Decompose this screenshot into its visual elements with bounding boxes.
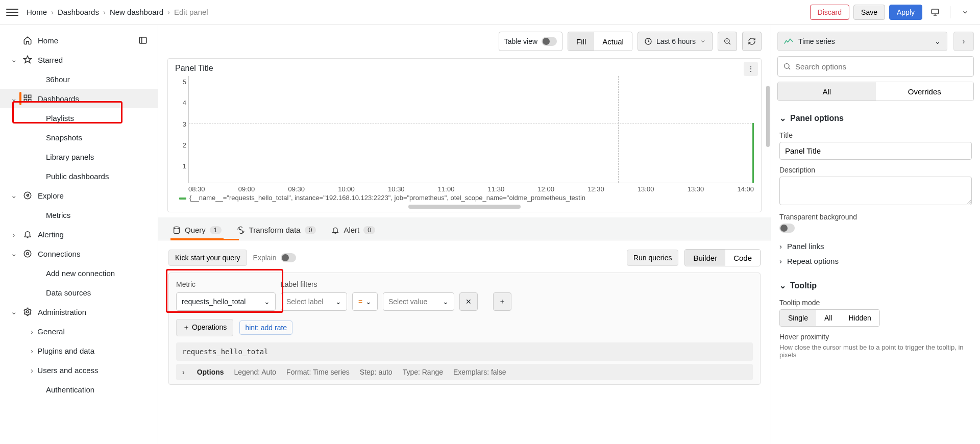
tooltip-hidden-button[interactable]: Hidden [840,310,879,326]
save-button[interactable]: Save [853,5,885,20]
explain-toggle[interactable] [281,253,296,262]
sidebar-label-explore: Explore [38,191,64,200]
chevron-down-icon[interactable] [957,4,974,21]
panel-preview: ⋮ Panel Title 5 4 3 2 1 [167,58,762,212]
sidebar-item-home[interactable]: Home [0,31,158,50]
sidebar-item-alerting[interactable]: › Alerting [0,225,158,244]
svg-point-12 [174,227,180,229]
sidebar-item-metrics[interactable]: Metrics [0,205,158,225]
home-icon [22,36,33,45]
code-mode-button[interactable]: Code [725,250,760,266]
menu-toggle-icon[interactable] [6,6,18,18]
sidebar-item-general[interactable]: › General [0,322,158,341]
tooltip-all-button[interactable]: All [816,310,841,326]
dock-icon[interactable] [138,36,148,45]
discard-button[interactable]: Discard [810,5,849,20]
metric-select[interactable]: requests_hello_total ⌄ [176,292,276,311]
sidebar-item-authentication[interactable]: Authentication [0,380,158,399]
remove-filter-button[interactable]: ✕ [459,292,478,311]
add-filter-button[interactable]: ＋ [493,292,511,311]
description-input[interactable] [779,177,972,205]
breadcrumb-new-dashboard[interactable]: New dashboard [110,8,163,16]
panel-links-row[interactable]: ›Panel links [779,239,972,254]
sidebar: Home ⌄ Starred 36hour ⌄ Dashboards Playl… [0,24,158,444]
search-input[interactable] [795,62,968,71]
value-select[interactable]: Select value ⌄ [383,292,454,311]
add-operations-button[interactable]: ＋ Operations [176,319,233,336]
tab-all[interactable]: All [778,82,876,101]
all-overrides-segment: All Overrides [777,82,974,101]
tab-alert[interactable]: Alert 0 [329,221,377,240]
chevron-right-icon: › [182,368,185,376]
kick-start-button[interactable]: Kick start your query [168,250,247,266]
sidebar-item-plugins[interactable]: › Plugins and data [0,341,158,360]
transparent-toggle[interactable] [779,224,795,233]
chevron-down-icon: ⌄ [10,191,17,200]
panel-toolbar: Table view Fill Actual Last 6 hours [158,24,771,56]
monitor-icon[interactable] [926,4,944,21]
timeseries-icon [784,38,793,45]
bell-icon [22,230,33,239]
builder-mode-button[interactable]: Builder [685,250,725,266]
svg-rect-2 [24,95,27,97]
breadcrumb-edit-panel: Edit panel [174,8,208,16]
vertical-scrollbar[interactable] [766,86,770,147]
search-icon [783,62,791,70]
horizontal-scrollbar[interactable] [408,205,521,209]
query-options-row[interactable]: › Options Legend: Auto Format: Time seri… [176,364,753,380]
topbar: Home › Dashboards › New dashboard › Edit… [0,0,980,24]
breadcrumb-dashboards[interactable]: Dashboards [58,8,99,16]
editor-tabs: Query 1 Transform data 0 Alert 0 [158,217,771,240]
sidebar-item-add-connection[interactable]: Add new connection [0,263,158,283]
plot-area[interactable] [188,76,754,183]
panel-menu-button[interactable]: ⋮ [744,62,758,76]
sidebar-item-explore[interactable]: ⌄ Explore [0,186,158,205]
fill-button[interactable]: Fill [568,32,594,51]
sidebar-item-administration[interactable]: ⌄ Administration [0,302,158,322]
table-view-toggle[interactable]: Table view [499,32,562,51]
refresh-button[interactable] [742,32,762,51]
options-panel: Time series ⌄ › All Overrides ⌄Panel opt… [771,24,980,444]
section-panel-options[interactable]: ⌄Panel options [779,108,972,128]
sidebar-item-public-dashboards[interactable]: Public dashboards [0,166,158,186]
visualization-picker[interactable]: Time series ⌄ [777,32,947,51]
query-builder: Metric requests_hello_total ⌄ Label filt… [168,273,761,385]
breadcrumb: Home › Dashboards › New dashboard › Edit… [27,8,208,16]
apply-button[interactable]: Apply [889,5,922,20]
time-range-picker[interactable]: Last 6 hours [638,32,713,51]
chevron-down-icon: ⌄ [935,37,941,45]
chevron-down-icon: ⌄ [10,307,17,316]
sidebar-item-playlists[interactable]: Playlists [0,108,158,128]
sidebar-item-connections[interactable]: ⌄ Connections [0,244,158,263]
chevron-down-icon [700,38,706,44]
run-queries-button[interactable]: Run queries [627,250,679,266]
sidebar-item-users[interactable]: › Users and access [0,360,158,380]
tab-overrides[interactable]: Overrides [876,82,974,101]
tooltip-single-button[interactable]: Single [780,310,816,326]
tab-transform[interactable]: Transform data 0 [235,221,318,240]
sidebar-item-snapshots[interactable]: Snapshots [0,128,158,147]
sidebar-label-dashboards: Dashboards [38,94,79,103]
operator-select[interactable]: = ⌄ [352,292,378,311]
sidebar-item-36hour[interactable]: 36hour [0,69,158,89]
label-select[interactable]: Select label ⌄ [281,292,347,311]
breadcrumb-home[interactable]: Home [27,8,47,16]
sidebar-item-dashboards[interactable]: ⌄ Dashboards [0,89,158,108]
chevron-down-icon: ⌄ [264,298,270,306]
sidebar-item-starred[interactable]: ⌄ Starred [0,50,158,69]
section-tooltip[interactable]: ⌄Tooltip [779,276,972,295]
svg-rect-5 [29,100,31,102]
zoom-out-button[interactable] [718,32,737,51]
hint-add-rate[interactable]: hint: add rate [239,320,292,335]
svg-rect-0 [932,9,939,14]
tab-query[interactable]: Query 1 [170,221,224,240]
title-input[interactable] [779,142,972,160]
expand-panel-button[interactable]: › [953,32,974,51]
search-options[interactable] [777,56,974,77]
sidebar-item-library-panels[interactable]: Library panels [0,147,158,166]
chart-legend[interactable]: {__name__="requests_hello_total", instan… [175,193,754,202]
sidebar-item-data-sources[interactable]: Data sources [0,283,158,302]
actual-button[interactable]: Actual [594,32,632,51]
svg-point-13 [785,64,789,68]
repeat-options-row[interactable]: ›Repeat options [779,254,972,268]
